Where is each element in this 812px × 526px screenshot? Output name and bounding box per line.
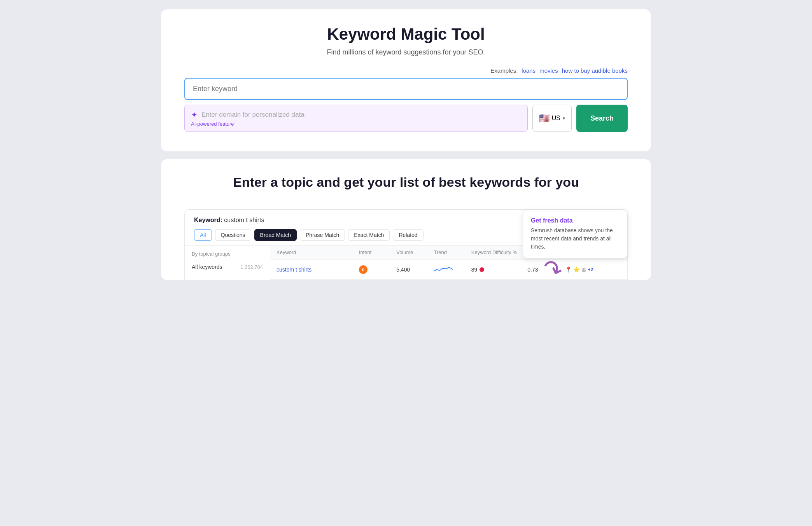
- tab-all[interactable]: All: [194, 229, 212, 241]
- tab-related[interactable]: Related: [393, 229, 423, 241]
- fresh-data-tooltip: Get fresh data Semrush database shows yo…: [523, 210, 628, 258]
- cell-intent: c: [359, 265, 396, 274]
- examples-row: Examples: loans movies how to buy audibl…: [184, 67, 628, 74]
- sparkle-icon: ✦: [191, 110, 198, 119]
- tab-broad-match[interactable]: Broad Match: [254, 229, 297, 241]
- cell-trend: [434, 264, 471, 275]
- keyword-value: custom t shirts: [224, 217, 264, 223]
- th-volume: Volume: [396, 249, 434, 255]
- th-keyword: Keyword: [276, 249, 359, 255]
- kd-value: 89: [471, 267, 478, 273]
- hero-card: Keyword Magic Tool Find millions of keyw…: [161, 9, 651, 151]
- cell-serp: 📍 ⭐ ▦ +2: [565, 267, 621, 273]
- country-label: US: [552, 115, 560, 122]
- serp-star-icon: ⭐: [573, 267, 580, 273]
- country-selector[interactable]: 🇺🇸 US ▾: [532, 105, 572, 132]
- tab-exact-match[interactable]: Exact Match: [348, 229, 390, 241]
- example-movies[interactable]: movies: [539, 67, 558, 74]
- examples-label: Examples:: [490, 67, 518, 74]
- keyword-label-text: Keyword:: [194, 217, 222, 223]
- table-row: custom t shirts c 5,400 89 0.73: [270, 259, 627, 280]
- tab-phrase-match[interactable]: Phrase Match: [300, 229, 345, 241]
- cell-kd: 89: [471, 267, 527, 273]
- domain-placeholder: Enter domain for personalized data: [201, 111, 304, 119]
- flag-icon: 🇺🇸: [539, 113, 550, 123]
- domain-row: ✦ Enter domain for personalized data AI-…: [184, 105, 628, 132]
- ai-powered-label: AI-powered feature: [191, 121, 521, 127]
- group-label: All keywords: [192, 264, 222, 270]
- keyword-input[interactable]: [184, 78, 628, 100]
- tooltip-title: Get fresh data: [531, 217, 620, 224]
- intent-badge: c: [359, 265, 368, 274]
- example-loans[interactable]: loans: [522, 67, 536, 74]
- cell-volume: 5,400: [396, 267, 434, 273]
- group-all-keywords[interactable]: All keywords 1,262,784: [192, 261, 263, 272]
- info-title: Enter a topic and get your list of best …: [184, 175, 628, 190]
- trend-sparkline: [434, 264, 453, 274]
- th-trend: Trend: [434, 249, 471, 255]
- chevron-down-icon: ▾: [563, 116, 565, 121]
- info-card: Enter a topic and get your list of best …: [161, 159, 651, 280]
- page-subtitle: Find millions of keyword suggestions for…: [184, 48, 628, 56]
- th-intent: Intent: [359, 249, 396, 255]
- example-audible[interactable]: how to buy audible books: [562, 67, 628, 74]
- cell-keyword[interactable]: custom t shirts: [276, 267, 359, 273]
- page-title: Keyword Magic Tool: [184, 25, 628, 44]
- tooltip-text: Semrush database shows you the most rece…: [531, 226, 620, 251]
- th-kd: Keyword Difficulty %: [471, 249, 527, 255]
- serp-location-icon: 📍: [565, 267, 572, 273]
- search-button[interactable]: Search: [576, 105, 628, 132]
- groups-title: By topical groups: [192, 251, 263, 257]
- tab-questions[interactable]: Questions: [215, 229, 251, 241]
- serp-plus: +2: [588, 267, 593, 272]
- topical-groups-panel: By topical groups All keywords 1,262,784: [185, 245, 270, 280]
- group-count: 1,262,784: [240, 264, 263, 270]
- domain-input-wrap[interactable]: ✦ Enter domain for personalized data AI-…: [184, 105, 528, 132]
- kd-dot-icon: [480, 267, 484, 272]
- serp-grid-icon: ▦: [581, 267, 586, 273]
